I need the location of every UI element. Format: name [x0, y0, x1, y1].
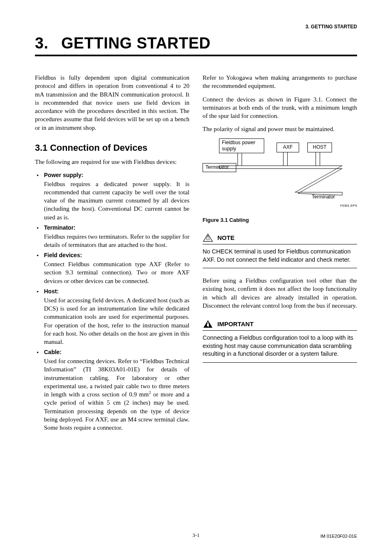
- diagram-box-power: Fieldbus power supply: [219, 138, 264, 153]
- section-lead: The following are required for use with …: [35, 158, 189, 166]
- item-body: Used for connecting devices. Refer to “F…: [44, 357, 189, 432]
- intro-paragraph: Fieldbus is fully dependent upon digital…: [35, 74, 189, 132]
- svg-line-1: [298, 168, 342, 193]
- item-body: Connect Fieldbus communication type AXF …: [44, 260, 189, 285]
- item-title: Cable:: [44, 348, 189, 356]
- paragraph: The polarity of signal and power must be…: [203, 125, 357, 133]
- columns: Fieldbus is fully dependent upon digital…: [35, 74, 357, 434]
- note-label: NOTE: [217, 234, 235, 242]
- svg-line-3: [298, 193, 342, 195]
- important-rule: [203, 330, 357, 331]
- item-title: Host:: [44, 288, 189, 295]
- right-column: Refer to Yokogawa when making arrangemen…: [203, 74, 357, 434]
- paragraph: Before using a Fieldbus configuration to…: [203, 276, 357, 310]
- footer-doc-id: IM 01E20F02-01E: [321, 534, 357, 539]
- diagram-box-host: HOST: [307, 143, 332, 152]
- diagram-spur: [285, 166, 346, 198]
- important-icon: [203, 320, 213, 329]
- svg-point-10: [207, 322, 208, 323]
- chapter-rule: [35, 55, 357, 56]
- item-title: Terminator:: [44, 224, 189, 232]
- list-item: Host: Used for accessing field devices. …: [35, 288, 189, 346]
- item-body: Fieldbus requires two terminators. Refer…: [44, 233, 189, 249]
- item-title: Power supply:: [44, 171, 189, 179]
- running-head: 3. GETTING STARTED: [305, 24, 357, 30]
- page: 3. GETTING STARTED 3.GETTING STARTED Fie…: [0, 0, 392, 555]
- note-end-rule: [203, 268, 357, 268]
- figure-caption: Figure 3.1 Cabling: [203, 216, 357, 224]
- list-item: Field devices: Connect Fieldbus communic…: [35, 251, 189, 285]
- list-item: Terminator: Fieldbus requires two termin…: [35, 224, 189, 249]
- footer-page-number: 3-1: [192, 532, 199, 539]
- bullet-list: Power supply: Fieldbus requires a dedica…: [35, 171, 189, 432]
- important-label: IMPORTANT: [217, 320, 254, 328]
- svg-marker-5: [203, 234, 212, 242]
- important-body: Connecting a Fieldbus configuration tool…: [203, 334, 357, 358]
- list-item: Power supply: Fieldbus requires a dedica…: [35, 171, 189, 221]
- cabling-diagram: Fieldbus power supply AXF HOST Terminato…: [203, 138, 357, 224]
- note-rule: [203, 244, 357, 244]
- svg-line-8: [208, 236, 209, 237]
- left-column: Fieldbus is fully dependent upon digital…: [35, 74, 189, 434]
- chapter-title: 3.GETTING STARTED: [35, 35, 357, 52]
- diagram-box-terminator: Terminator: [203, 163, 236, 172]
- paragraph: Refer to Yokogawa when making arrangemen…: [203, 74, 357, 90]
- important-end-rule: [203, 362, 357, 363]
- paragraph: Connect the devices as shown in Figure 3…: [203, 95, 357, 120]
- diagram-eps-label: F0301.EPS: [340, 204, 357, 208]
- note-body: No CHECK terminal is used for Fieldbus c…: [203, 248, 357, 264]
- svg-line-0: [295, 166, 342, 192]
- note-icon: [203, 233, 213, 242]
- item-body: Used for accessing field devices. A dedi…: [44, 296, 189, 346]
- chapter-number: 3.: [35, 35, 61, 52]
- list-item: Cable: Used for connecting devices. Refe…: [35, 348, 189, 432]
- important-callout: IMPORTANT Connecting a Fieldbus configur…: [203, 320, 357, 363]
- note-callout: NOTE No CHECK terminal is used for Field…: [203, 233, 357, 268]
- svg-line-7: [207, 236, 208, 237]
- item-body: Fieldbus requires a dedicated power supp…: [44, 180, 189, 221]
- chapter-text: GETTING STARTED: [61, 35, 211, 52]
- item-title: Field devices:: [44, 251, 189, 259]
- diagram-box-axf: AXF: [277, 143, 299, 152]
- section-heading: 3.1 Connection of Devices: [35, 142, 189, 154]
